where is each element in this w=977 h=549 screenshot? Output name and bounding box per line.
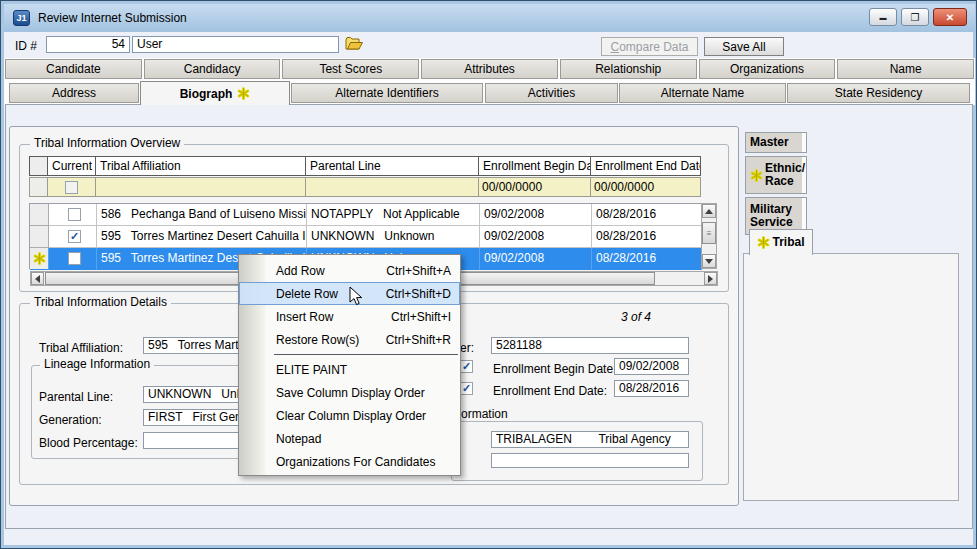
enrollment-begin-field[interactable]: 09/02/2008 [614,358,689,375]
menu-item-add-row[interactable]: Add Row Ctrl+Shift+A [239,259,460,282]
tab-address[interactable]: Address [9,83,139,103]
close-button[interactable] [933,8,967,26]
menu-item-insert-row[interactable]: Insert Row Ctrl+Shift+I [239,305,460,328]
details-group-title: Tribal Information Details [30,295,171,309]
compare-data-label: ompare Data [619,40,688,54]
column-parental-line[interactable]: Parental Line [306,156,479,176]
affiliation-cell[interactable]: 595 Torres Martinez Desert Cahuilla In [97,226,307,248]
tab-address-label: Address [52,86,96,100]
tab-candidacy[interactable]: Candidacy [144,59,281,79]
blood-percentage-field[interactable] [143,432,239,449]
row-header-cell[interactable] [30,226,49,248]
menu-item-label: Insert Row [276,310,333,324]
menu-item-label: Save Column Display Order [276,386,425,400]
tab-test-scores[interactable]: Test Scores [282,59,419,79]
menu-item-label: Notepad [276,432,321,446]
filter-affiliation-cell[interactable] [96,177,306,197]
changed-asterisk-icon [750,169,763,182]
side-tab-master[interactable]: Master [745,132,807,153]
begin-date-cell[interactable]: 09/02/2008 [480,248,592,270]
side-tab-tribal[interactable]: Tribal [749,229,813,255]
tab-attributes[interactable]: Attributes [421,59,558,79]
titlebar: J1 Review Internet Submission [4,4,975,32]
menu-item-notepad[interactable]: Notepad [239,427,460,450]
column-enrollment-begin[interactable]: Enrollment Begin Date [479,156,591,176]
enrollment-end-label: Enrollment End Date: [493,384,607,398]
current-checkbox[interactable] [68,252,81,265]
tab-name[interactable]: Name [837,59,974,79]
vertical-scroll-thumb[interactable]: ≡ [702,222,716,244]
save-all-button[interactable]: Save All [704,37,784,56]
begin-date-cell[interactable]: 09/02/2008 [480,204,592,226]
filter-current-checkbox[interactable] [65,181,78,194]
window-controls [869,8,967,26]
tab-activities[interactable]: Activities [485,83,618,103]
row-header-cell[interactable] [30,248,49,270]
tab-alternate-name[interactable]: Alternate Name [619,83,786,103]
filter-row-header [29,177,48,197]
menu-item-save-column-order[interactable]: Save Column Display Order [239,381,460,404]
current-checkbox[interactable] [68,208,81,221]
parental-line-field[interactable]: UNKNOWN Unkn [143,386,239,403]
row-header-cell[interactable] [30,204,49,226]
column-enrollment-end[interactable]: Enrollment End Date [591,156,701,176]
tab-activities-label: Activities [528,86,575,100]
table-vertical-scrollbar[interactable]: ≡ [701,203,717,269]
tribal-agency-field-2[interactable] [491,453,689,468]
filter-end-cell[interactable]: 00/00/0000 [591,177,701,197]
end-date-checkbox[interactable]: ✓ [460,382,473,395]
begin-date-cell[interactable]: 09/02/2008 [480,226,592,248]
tab-relationship[interactable]: Relationship [560,59,697,79]
menu-item-shortcut: Ctrl+Shift+A [386,264,451,278]
tab-biograph[interactable]: Biograph [140,81,290,105]
filter-row: 00/00/0000 00/00/0000 [29,177,701,197]
parental-cell[interactable]: NOTAPPLY Not Applicable [307,204,480,226]
generation-field[interactable]: FIRST First Gener [143,409,239,426]
end-date-cell[interactable]: 08/28/2016 [592,226,702,248]
affiliation-cell[interactable]: 586 Pechanga Band of Luiseno Missio [97,204,307,226]
app-window: J1 Review Internet Submission ID # 54 Us… [0,0,977,549]
id-input[interactable]: 54 [46,36,130,53]
column-current[interactable]: Current [48,156,96,176]
menu-item-clear-column-order[interactable]: Clear Column Display Order [239,404,460,427]
enrollment-number-field[interactable]: 5281188 [491,337,689,354]
table-row[interactable]: 586 Pechanga Band of Luiseno Missio NOTA… [30,204,702,226]
filter-current-cell [48,177,96,197]
tab-state-residency[interactable]: State Residency [787,83,970,103]
enrollment-end-field[interactable]: 08/28/2016 [614,380,689,397]
scroll-down-icon[interactable] [705,259,713,264]
menu-item-elite-paint[interactable]: ELITE PAINT [239,358,460,381]
side-tab-ethnic-race[interactable]: Ethnic/ Race [745,156,807,194]
menu-item-restore-rows[interactable]: Restore Row(s) Ctrl+Shift+R [239,328,460,351]
tribal-affiliation-field[interactable]: 595 Torres Martine [143,337,239,354]
close-icon [946,12,954,23]
open-folder-icon[interactable] [345,36,364,51]
scroll-up-icon[interactable] [705,209,713,214]
end-date-cell[interactable]: 08/28/2016 [592,204,702,226]
tab-strip-top: Candidate Candidacy Test Scores Attribut… [4,58,975,81]
minimize-button[interactable] [869,8,897,26]
tab-candidate[interactable]: Candidate [5,59,142,79]
filter-begin-cell[interactable]: 00/00/0000 [479,177,591,197]
menu-item-organizations-for-candidates[interactable]: Organizations For Candidates [239,450,460,473]
current-checkbox[interactable]: ✓ [68,230,81,243]
end-date-cell[interactable]: 08/28/2016 [592,248,702,270]
user-input[interactable]: User [132,36,339,53]
tribal-agency-field[interactable]: TRIBALAGEN Tribal Agency [491,431,689,448]
minimize-icon [880,12,887,22]
scroll-left-icon[interactable] [35,275,40,283]
filter-parental-cell[interactable] [306,177,479,197]
tab-organizations[interactable]: Organizations [699,59,836,79]
tab-alternate-identifiers[interactable]: Alternate Identifiers [291,83,483,103]
tab-alternate-identifiers-label: Alternate Identifiers [335,86,438,100]
parental-line-label: Parental Line: [39,390,113,404]
scroll-right-icon[interactable] [708,275,713,283]
column-tribal-affiliation[interactable]: Tribal Affiliation [96,156,306,176]
tab-alternate-name-label: Alternate Name [661,86,744,100]
menu-separator [274,354,458,355]
parental-cell[interactable]: UNKNOWN Unknown [307,226,480,248]
begin-date-checkbox[interactable]: ✓ [460,360,473,373]
changed-asterisk-icon [33,252,46,265]
table-row[interactable]: ✓ 595 Torres Martinez Desert Cahuilla In… [30,226,702,248]
maximize-button[interactable] [901,8,929,26]
